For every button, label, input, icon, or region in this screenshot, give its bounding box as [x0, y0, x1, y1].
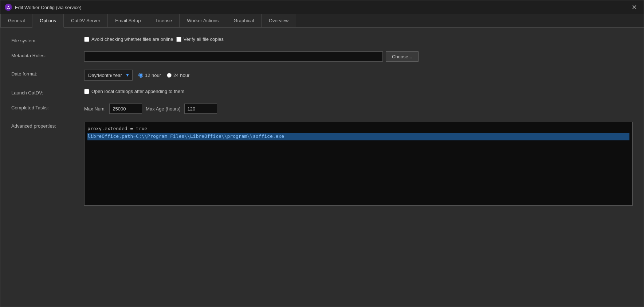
launch-catdv-row: Launch CatDV: Open local catalogs after … — [11, 89, 633, 96]
completed-tasks-label: Completed Tasks: — [11, 104, 84, 110]
launch-catdv-label: Launch CatDV: — [11, 89, 84, 96]
advanced-line2: libreOffice.path=C:\\Program Files\\Libr… — [87, 133, 629, 140]
max-num-input[interactable] — [109, 104, 142, 114]
advanced-properties-controls: proxy.extended = true libreOffice.path=C… — [84, 122, 633, 206]
metadata-rules-controls: Choose... — [84, 51, 633, 62]
file-system-row: File system: Avoid checking whether file… — [11, 36, 633, 43]
advanced-properties-label: Advanced properties: — [11, 122, 84, 129]
tab-graphical[interactable]: Graphical — [226, 14, 262, 27]
avoid-checking-wrapper[interactable]: Avoid checking whether files are online — [84, 36, 173, 42]
date-format-controls: Day/Month/Year Month/Day/Year Year/Month… — [84, 70, 633, 81]
avoid-checking-label: Avoid checking whether files are online — [91, 36, 173, 42]
open-local-catalogs-wrapper[interactable]: Open local catalogs after appending to t… — [84, 89, 184, 94]
tab-options[interactable]: Options — [32, 14, 64, 28]
24-hour-wrapper[interactable]: 24 hour — [167, 73, 189, 78]
tab-worker-actions[interactable]: Worker Actions — [180, 14, 226, 27]
tab-overview[interactable]: Overview — [262, 14, 296, 27]
metadata-rules-label: Metadata Rules: — [11, 51, 84, 58]
tab-license[interactable]: License — [148, 14, 180, 27]
file-system-label: File system: — [11, 36, 84, 43]
close-button[interactable]: ✕ — [629, 3, 639, 11]
choose-button[interactable]: Choose... — [386, 51, 419, 62]
content-area: File system: Avoid checking whether file… — [0, 28, 644, 307]
date-format-label: Date format: — [11, 70, 84, 77]
verify-copies-label: Verify all file copies — [184, 36, 224, 42]
title-bar: Edit Worker Config (via service) ✕ — [0, 0, 644, 14]
24-hour-radio[interactable] — [167, 73, 172, 78]
app-icon — [5, 4, 12, 11]
launch-catdv-controls: Open local catalogs after appending to t… — [84, 89, 633, 94]
open-local-catalogs-checkbox[interactable] — [84, 89, 89, 94]
max-age-input[interactable] — [184, 104, 217, 114]
metadata-rules-row: Metadata Rules: Choose... — [11, 51, 633, 62]
avoid-checking-checkbox[interactable] — [84, 37, 89, 42]
metadata-rules-input[interactable] — [84, 51, 383, 62]
date-format-row: Date format: Day/Month/Year Month/Day/Ye… — [11, 70, 633, 81]
window-title: Edit Worker Config (via service) — [15, 5, 82, 10]
tab-catdv-server[interactable]: CatDV Server — [64, 14, 108, 27]
date-format-select[interactable]: Day/Month/Year Month/Day/Year Year/Month… — [84, 70, 133, 81]
max-num-label: Max Num. — [84, 106, 106, 112]
advanced-line1: proxy.extended = true — [87, 125, 629, 133]
advanced-properties-textarea[interactable]: proxy.extended = true libreOffice.path=C… — [84, 122, 633, 206]
main-window: Edit Worker Config (via service) ✕ Gener… — [0, 0, 644, 307]
12-hour-radio[interactable] — [138, 73, 143, 78]
24-hour-label: 24 hour — [173, 73, 189, 78]
file-system-controls: Avoid checking whether files are online … — [84, 36, 633, 42]
title-bar-left: Edit Worker Config (via service) — [5, 4, 82, 11]
verify-copies-wrapper[interactable]: Verify all file copies — [176, 36, 224, 42]
advanced-properties-row: Advanced properties: proxy.extended = tr… — [11, 122, 633, 206]
12-hour-wrapper[interactable]: 12 hour — [138, 73, 161, 78]
tab-general[interactable]: General — [0, 14, 32, 27]
verify-copies-checkbox[interactable] — [176, 37, 181, 42]
12-hour-label: 12 hour — [145, 73, 161, 78]
date-format-dropdown-wrapper: Day/Month/Year Month/Day/Year Year/Month… — [84, 70, 133, 81]
completed-tasks-controls: Max Num. Max Age (hours) — [84, 104, 633, 114]
tab-bar: General Options CatDV Server Email Setup… — [0, 14, 644, 28]
svg-point-1 — [8, 6, 9, 7]
tab-email-setup[interactable]: Email Setup — [108, 14, 148, 27]
max-age-label: Max Age (hours) — [146, 106, 180, 112]
open-local-catalogs-label: Open local catalogs after appending to t… — [91, 89, 184, 94]
completed-tasks-row: Completed Tasks: Max Num. Max Age (hours… — [11, 104, 633, 114]
